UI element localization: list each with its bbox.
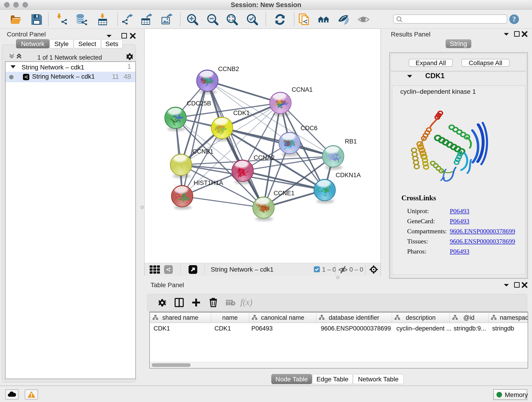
svg-text:RB1: RB1	[345, 138, 357, 145]
svg-text:CDC25B: CDC25B	[187, 100, 211, 107]
svg-text:CDC6: CDC6	[301, 125, 317, 132]
svg-text:CCNB2: CCNB2	[218, 65, 239, 72]
svg-text:CCNA1: CCNA1	[292, 86, 313, 93]
svg-text:CCNA2: CCNA2	[254, 154, 275, 161]
svg-text:CDKN1A: CDKN1A	[336, 172, 361, 179]
svg-text:CCNE1: CCNE1	[273, 190, 295, 197]
svg-text:CDK1: CDK1	[233, 109, 250, 116]
svg-text:HIST1H1A: HIST1H1A	[194, 179, 223, 186]
svg-text:CCNB1: CCNB1	[192, 148, 214, 155]
